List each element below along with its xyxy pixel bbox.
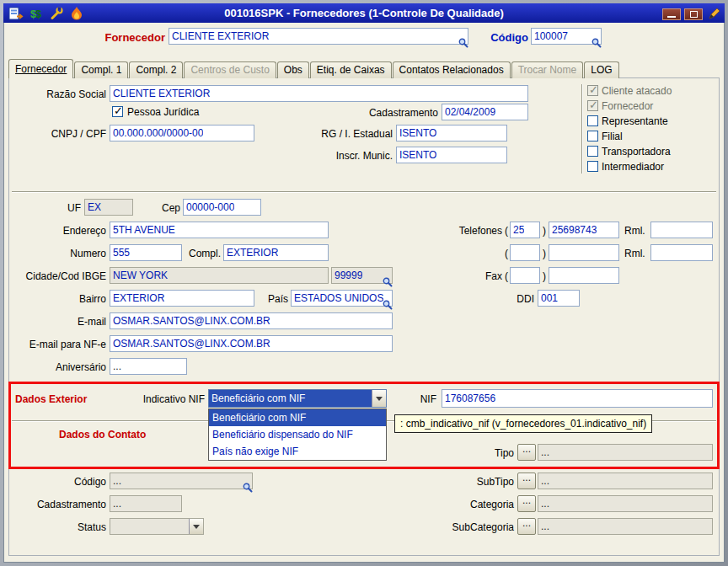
lookup-icon[interactable] <box>458 38 468 48</box>
titlebar: $$ 001016SPK - Fornecedores (1-Controle … <box>3 3 725 23</box>
contato-cadastramento-value: ... <box>113 498 121 510</box>
fornecedor-header-field[interactable]: CLIENTE EXTERIOR <box>169 28 468 45</box>
email-value: OSMAR.SANTOS@LINX.COM.BR <box>113 315 270 327</box>
chevron-down-icon[interactable] <box>372 390 386 407</box>
subtipo-value: ... <box>541 475 549 487</box>
compl-field[interactable]: EXTERIOR <box>223 244 329 261</box>
dados-contato-section-label: Dados do Contato <box>59 429 146 441</box>
tab-obs[interactable]: Obs <box>277 61 309 78</box>
email-nfe-label: E-mail para NF-e <box>15 339 106 350</box>
subcategoria-lookup-button[interactable]: ... <box>517 518 536 535</box>
phone1-ddd-value: 25 <box>513 224 524 236</box>
inscr-munic-field[interactable]: ISENTO <box>396 147 507 163</box>
categoria-label: Categoria <box>455 499 514 510</box>
cnpj-cpf-value: 00.000.000/0000-00 <box>113 127 203 139</box>
fornecedor-checkbox <box>587 100 598 111</box>
compl-value: EXTERIOR <box>227 247 278 259</box>
status-combobox <box>110 518 204 535</box>
cliente-atacado-checkbox <box>587 85 598 96</box>
ddi-label: DDI <box>502 293 534 305</box>
inscr-munic-value: ISENTO <box>399 149 436 161</box>
razao-social-value: CLIENTE EXTERIOR <box>113 88 210 99</box>
pessoa-juridica-checkbox[interactable] <box>112 106 123 117</box>
telefones-label: Telefones <box>438 225 502 237</box>
tab-fornecedor[interactable]: Fornecedor <box>8 59 73 78</box>
edit-pencil-icon[interactable] <box>706 6 723 20</box>
fax-label: Fax <box>455 270 502 282</box>
indicativo-nif-dropdown-list: Beneficiário com NIF Beneficiário dispen… <box>208 408 387 461</box>
minimize-button[interactable] <box>662 8 681 20</box>
subcategoria-field: ... <box>538 518 713 535</box>
paren-open: ( <box>505 248 508 259</box>
tab-compl-2[interactable]: Compl. 2 <box>129 61 183 78</box>
indicativo-nif-label: Indicativo NIF <box>125 393 205 405</box>
intermediador-checkbox[interactable] <box>587 161 598 172</box>
tab-trocar-nome: Trocar Nome <box>511 61 584 78</box>
fax-number-field[interactable] <box>549 267 619 284</box>
paren-close: ) <box>543 225 546 237</box>
phone2-ddd-field[interactable] <box>510 244 540 261</box>
tab-etiq-de-caixas[interactable]: Etiq. de Caixas <box>310 61 392 78</box>
bairro-field[interactable]: EXTERIOR <box>110 290 254 307</box>
indicativo-nif-selected-value: Beneficiário com NIF <box>209 390 372 407</box>
lookup-icon[interactable] <box>592 38 602 48</box>
cadastramento-field[interactable]: 02/04/2009 <box>442 104 528 120</box>
phone1-number-field[interactable]: 25698743 <box>549 222 619 238</box>
cnpj-cpf-field[interactable]: 00.000.000/0000-00 <box>110 125 254 142</box>
fornecedor-checkbox-label: Fornecedor <box>602 100 653 112</box>
nif-field[interactable]: 176087656 <box>442 389 713 408</box>
fornecedor-header-value: CLIENTE EXTERIOR <box>172 30 269 42</box>
nif-option-beneficiario-dispensado[interactable]: Beneficiário dispensado do NIF <box>209 426 386 443</box>
rg-ie-field[interactable]: ISENTO <box>396 125 507 142</box>
email-field[interactable]: OSMAR.SANTOS@LINX.COM.BR <box>110 312 393 329</box>
ddi-value: 001 <box>541 292 558 304</box>
subtipo-lookup-button[interactable]: ... <box>517 473 536 489</box>
numero-field[interactable]: 555 <box>110 244 182 261</box>
cod-ibge-value: 99999 <box>335 270 362 281</box>
contato-cadastramento-label: Cadastramento <box>15 499 106 510</box>
aniversario-label: Aniversário <box>24 361 106 373</box>
representante-checkbox[interactable] <box>587 115 598 126</box>
cidade-field: NEW YORK <box>110 267 329 284</box>
razao-social-field[interactable]: CLIENTE EXTERIOR <box>110 85 528 102</box>
transportadora-checkbox[interactable] <box>587 146 598 157</box>
cliente-atacado-label: Cliente atacado <box>602 85 672 97</box>
endereco-field[interactable]: 5TH AVENUE <box>110 222 329 238</box>
aniversario-field[interactable]: ... <box>110 358 187 375</box>
phone2-rml-field[interactable] <box>650 244 713 261</box>
tab-log[interactable]: LOG <box>584 61 618 78</box>
subcategoria-value: ... <box>541 521 549 532</box>
phone2-number-field[interactable] <box>549 244 619 261</box>
status-label: Status <box>34 521 106 533</box>
codigo-header-field[interactable]: 100007 <box>531 28 602 45</box>
maximize-button[interactable] <box>684 8 703 20</box>
categoria-lookup-button[interactable]: ... <box>517 495 536 512</box>
subcategoria-label: SubCategoria <box>442 521 514 533</box>
fax-ddd-field[interactable] <box>510 267 540 284</box>
lookup-icon[interactable] <box>243 483 253 493</box>
lookup-icon[interactable] <box>383 300 393 310</box>
phone1-ddd-field[interactable]: 25 <box>510 222 540 238</box>
email-nfe-field[interactable]: OSMAR.SANTOS@LINX.COM.BR <box>110 335 393 352</box>
tipo-lookup-button[interactable]: ... <box>517 444 536 461</box>
cep-field[interactable]: 00000-000 <box>183 199 261 216</box>
indicativo-nif-combobox[interactable]: Beneficiário com NIF <box>208 389 387 408</box>
lookup-icon[interactable] <box>383 277 393 287</box>
phone1-rml-field[interactable] <box>650 222 713 238</box>
tab-compl-1[interactable]: Compl. 1 <box>74 61 128 78</box>
nif-option-pais-nao-exige[interactable]: País não exige NIF <box>209 443 386 460</box>
compl-label: Compl. <box>184 248 221 259</box>
tab-centros-de-custo: Centros de Custo <box>184 61 276 78</box>
pais-field[interactable]: ESTADOS UNIDOS <box>291 290 393 307</box>
fornecedor-header-label: Fornecedor <box>84 31 165 44</box>
tab-contatos-relacionados[interactable]: Contatos Relacionados <box>393 61 511 78</box>
ddi-field[interactable]: 001 <box>538 290 580 307</box>
nif-label: NIF <box>403 393 436 405</box>
window-frame: $$ 001016SPK - Fornecedores (1-Controle … <box>0 0 728 566</box>
contato-codigo-field[interactable]: ... <box>110 473 253 489</box>
rg-ie-value: ISENTO <box>399 127 436 139</box>
filial-checkbox[interactable] <box>587 131 598 142</box>
nif-option-beneficiario-com-nif[interactable]: Beneficiário com NIF <box>209 409 386 426</box>
endereco-value: 5TH AVENUE <box>113 224 175 236</box>
dados-exterior-section-label: Dados Exterior <box>15 393 87 405</box>
